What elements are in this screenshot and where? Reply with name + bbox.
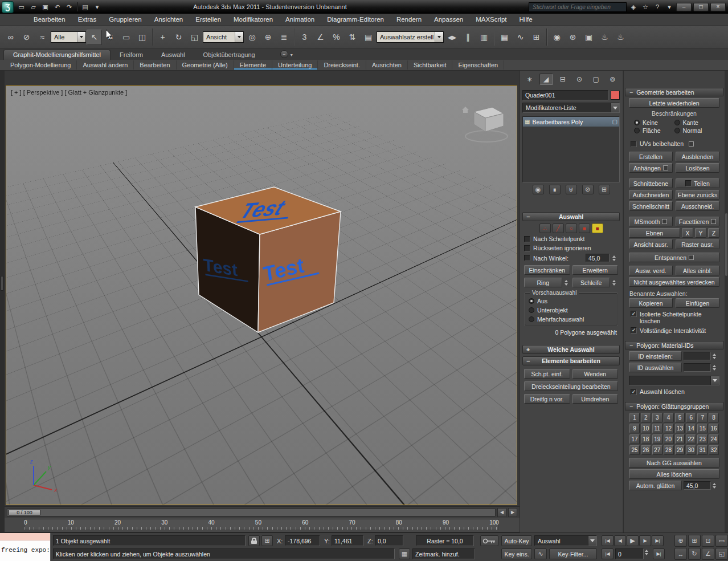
spinner-snap-icon[interactable]: ⇅	[345, 30, 360, 45]
modify-tab-icon[interactable]: ◢	[539, 74, 553, 85]
current-frame-field[interactable]: 0	[615, 548, 644, 559]
previous-key-button[interactable]: |◀	[602, 548, 614, 559]
ribbon-tab-object-paint[interactable]: Objektübertragung	[194, 50, 264, 60]
smoothing-group-button[interactable]: 21	[675, 434, 685, 444]
menu-item[interactable]: Hilfe	[513, 14, 539, 25]
menu-item[interactable]: Rendern	[390, 14, 428, 25]
view-align-button[interactable]: Ansicht ausr.	[629, 239, 673, 249]
orbit-icon[interactable]: ↻	[688, 548, 701, 560]
percent-snap-icon[interactable]: %	[329, 30, 344, 45]
loop-button[interactable]: Schleife	[572, 278, 611, 287]
ignore-backfacing-checkbox[interactable]	[524, 245, 530, 251]
z-coordinate-field[interactable]: 0,0	[375, 535, 403, 546]
material-editor-icon[interactable]: ◉	[549, 30, 565, 45]
smoothing-group-button[interactable]: 1	[629, 413, 640, 422]
ribbon-panel-geometry-all[interactable]: Geometrie (Alle)	[177, 60, 234, 70]
object-color-swatch[interactable]	[611, 91, 620, 100]
msmooth-button[interactable]: MSmooth	[629, 217, 673, 226]
smoothing-group-button[interactable]: 2	[641, 413, 651, 422]
reference-coordinate-dropdown[interactable]: Ansicht	[203, 31, 244, 43]
menu-item[interactable]: Gruppieren	[103, 14, 148, 25]
constraint-none-radio[interactable]	[634, 120, 640, 125]
edit-triangulation-button[interactable]: Dreieckseinteilung bearbeiten	[524, 381, 618, 391]
select-id-field[interactable]	[684, 363, 711, 372]
auto-smooth-angle-field[interactable]: 45,0	[684, 481, 711, 490]
viewcube-home-icon[interactable]	[462, 107, 469, 113]
select-by-sg-button[interactable]: Nach GG auswählen	[629, 458, 719, 467]
msmooth-settings-box[interactable]	[662, 219, 667, 224]
key-mode-dropdown[interactable]: Auswahl	[534, 535, 597, 546]
help-dropdown-icon[interactable]: ▾	[664, 2, 674, 12]
shrink-button[interactable]: Einschränken	[524, 265, 570, 275]
ribbon-panel-polygon-modeling[interactable]: Polygon-Modellierung	[5, 60, 77, 70]
smoothing-group-button[interactable]: 17	[629, 434, 640, 444]
maximize-viewport-icon[interactable]: ◱	[715, 548, 728, 560]
repeat-last-button[interactable]: Letzte wiederholen	[629, 98, 719, 108]
border-mode-icon[interactable]: ○	[566, 223, 577, 233]
smoothing-group-button[interactable]: 16	[709, 424, 719, 433]
ribbon-tab-freeform[interactable]: Freiform	[111, 50, 152, 60]
play-button[interactable]: ▶	[627, 535, 639, 546]
perspective-viewport[interactable]: [ + ] [ Perspektive ] [ Glatt + Glanzpun…	[6, 86, 517, 505]
ribbon-panel-modify-selection[interactable]: Auswahl ändern	[77, 60, 134, 70]
render-setup-icon[interactable]: ⊛	[565, 30, 580, 45]
smoothing-group-button[interactable]: 4	[664, 413, 674, 422]
select-id-button[interactable]: ID auswählen	[629, 363, 682, 372]
quickslice-button[interactable]: Schnellschnitt	[629, 201, 673, 211]
edge-mode-icon[interactable]: ╱	[553, 223, 564, 233]
auto-key-button[interactable]: Auto-Key	[501, 535, 532, 546]
menu-item[interactable]: Anpassen	[428, 14, 469, 25]
make-planar-button[interactable]: Ebnen	[629, 228, 680, 238]
zoom-icon[interactable]: ⊕	[674, 535, 687, 547]
relax-settings-box[interactable]	[689, 255, 694, 260]
collapse-button[interactable]: Ausblenden	[676, 152, 719, 161]
ring-button[interactable]: Ring	[524, 278, 562, 287]
smoothing-group-button[interactable]: 3	[652, 413, 662, 422]
planar-x-button[interactable]: X	[682, 228, 693, 238]
ribbon-tab-graphite[interactable]: Graphit-Modellierungshilfsmittel	[3, 50, 111, 60]
named-selection-sets-icon[interactable]: ▤	[361, 30, 376, 45]
render-iterative-icon[interactable]: ♨	[613, 30, 628, 45]
create-tab-icon[interactable]: ∗	[523, 74, 537, 85]
motion-tab-icon[interactable]: ⊙	[572, 74, 586, 85]
select-and-manipulate-icon[interactable]: ⊕	[260, 30, 276, 45]
menu-item[interactable]: MAXScript	[469, 14, 513, 25]
absolute-mode-icon[interactable]: ⊞	[261, 535, 273, 546]
delete-isolated-checkbox[interactable]: ✓	[631, 311, 637, 317]
maxscript-mini-listener[interactable]: freeing expo:	[0, 533, 51, 561]
frame-spinner[interactable]	[645, 550, 651, 555]
select-object-icon[interactable]: ↖	[87, 30, 102, 45]
y-coordinate-field[interactable]: 11,461	[332, 535, 363, 546]
new-scene-icon[interactable]: ▭	[15, 2, 27, 13]
select-by-name-icon[interactable]: ≡	[103, 30, 118, 45]
menu-item[interactable]: Erstellen	[189, 14, 227, 25]
preserve-uvs-checkbox[interactable]	[631, 141, 637, 147]
smoothing-group-button[interactable]: 26	[641, 445, 651, 455]
key-mode-arrow-icon[interactable]	[588, 536, 596, 546]
menu-item[interactable]: Ansichten	[148, 14, 190, 25]
unhide-all-button[interactable]: Alles einbl.	[676, 266, 719, 275]
set-key-button[interactable]: Key eins.	[501, 548, 532, 559]
named-selection-set-arrow-icon[interactable]	[435, 32, 443, 42]
menu-item[interactable]: Extras	[72, 14, 103, 25]
set-id-field[interactable]	[684, 352, 711, 360]
time-tag-icon[interactable]: ▦	[399, 548, 410, 559]
tessellate-settings-box[interactable]	[711, 219, 716, 224]
rendered-frame-window-icon[interactable]: ▣	[581, 30, 596, 45]
smoothing-group-button[interactable]: 24	[709, 434, 719, 444]
stack-item-editable-poly[interactable]: ▦ Bearbeitbares Poly ▢	[523, 117, 619, 127]
auto-smooth-button[interactable]: Autom. glätten	[629, 481, 682, 490]
smoothing-group-button[interactable]: 29	[675, 445, 685, 455]
insert-vertex-button[interactable]: Sch.pt. einf.	[524, 369, 570, 379]
retriangulate-button[interactable]: Dreitlg n vor.	[524, 394, 570, 404]
ribbon-panel-properties[interactable]: Eigenschaften	[452, 60, 504, 70]
go-to-end-button[interactable]: ▶|	[652, 535, 664, 546]
select-id-spinner[interactable]	[713, 365, 718, 371]
hierarchy-tab-icon[interactable]: ⊟	[556, 74, 570, 85]
key-filters-button[interactable]: Key-Filter...	[549, 548, 597, 559]
clear-selection-checkbox[interactable]: ✓	[631, 389, 637, 395]
vertex-mode-icon[interactable]: ∴	[539, 223, 551, 233]
clear-all-sg-button[interactable]: Alles löschen	[629, 469, 719, 479]
configure-modifier-sets-icon[interactable]: ⊞	[599, 185, 610, 194]
curve-editor-icon[interactable]: ∿	[513, 30, 528, 45]
